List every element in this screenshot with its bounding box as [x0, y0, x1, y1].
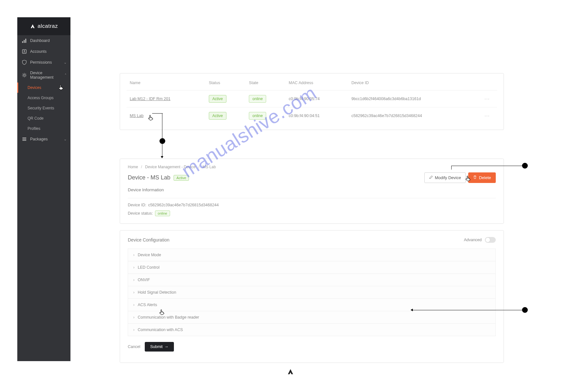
row-menu-button[interactable]: ···	[478, 107, 497, 124]
gear-icon	[22, 73, 27, 78]
devices-table: Name Status State MAC Address Device ID …	[127, 81, 497, 124]
callout-line	[162, 144, 162, 157]
sidebar-item-accounts[interactable]: Accounts	[17, 46, 70, 57]
chevron-right-icon: ›	[133, 265, 135, 270]
delete-button[interactable]: Delete	[468, 172, 496, 183]
col-name: Name	[127, 81, 206, 91]
modify-device-button[interactable]: Modify Device	[424, 172, 466, 183]
row-menu-button[interactable]: ···	[478, 91, 497, 107]
svg-rect-2	[25, 39, 26, 43]
accordion-onvif[interactable]: › ONVIF	[128, 274, 495, 286]
chevron-right-icon: ›	[133, 328, 135, 332]
accordion-hold-signal[interactable]: › Hold Signal Detection	[128, 286, 495, 299]
sidebar-item-label: Profiles	[28, 126, 40, 131]
cancel-button[interactable]: Cancel	[128, 344, 140, 349]
cursor-hand-icon	[159, 309, 165, 317]
svg-rect-6	[22, 138, 26, 138]
cursor-hand-icon	[58, 84, 64, 92]
arrow-right-icon: →	[165, 344, 169, 349]
device-id-value: c582962c39ac46e7b7d26815d3468244	[148, 203, 219, 207]
svg-point-5	[23, 74, 25, 76]
table-row: MS Lab Active online c0:9b:f4:90:04:51 c…	[127, 107, 497, 124]
breadcrumb: Home / Device Management - Device / MS L…	[128, 165, 496, 169]
breadcrumb-home[interactable]: Home	[128, 165, 138, 169]
cursor-hand-icon	[465, 175, 471, 183]
button-label: Submit	[150, 344, 163, 349]
brand-logo-icon	[30, 23, 36, 29]
callout-line	[152, 113, 163, 114]
accordion-label: ONVIF	[138, 278, 150, 282]
accordion-comm-badge[interactable]: › Communication with Badge reader	[128, 311, 495, 324]
sidebar-sub-qr-code[interactable]: QR Code	[17, 113, 70, 123]
sidebar-sub-profiles[interactable]: Profiles	[17, 123, 70, 134]
accordion-label: Communication with ACS	[138, 328, 183, 332]
brand-name: alcatraz	[37, 23, 58, 29]
sidebar-item-label: Packages	[30, 137, 48, 141]
accordion-label: Device Mode	[138, 253, 161, 257]
cell-mac: c0:9b:f4:90:05:74	[286, 91, 348, 107]
callout-arrow	[161, 156, 163, 158]
svg-rect-7	[22, 139, 26, 139]
sidebar-sub-access-groups[interactable]: Access Groups	[17, 93, 70, 103]
cell-mac: c0:9b:f4:90:04:51	[286, 107, 348, 124]
chevron-down-icon: ⌄	[64, 137, 67, 141]
chevron-right-icon: ›	[133, 315, 135, 320]
accordion-label: Communication with Badge reader	[138, 315, 199, 320]
footer-logo-icon	[287, 368, 294, 376]
sidebar-item-device-management[interactable]: Device Management ˄	[17, 68, 70, 83]
sidebar-sub-security-events[interactable]: Security Events	[17, 103, 70, 113]
accordion-comm-acs[interactable]: › Communication with ACS	[128, 324, 495, 336]
svg-rect-1	[24, 40, 25, 43]
accordion-acs-alerts[interactable]: › ACS Alerts	[128, 299, 495, 311]
device-detail-panel: Home / Device Management - Device / MS L…	[120, 159, 504, 224]
config-accordion: › Device Mode › LED Control › ONVIF › Ho…	[128, 249, 496, 336]
submit-button[interactable]: Submit →	[145, 342, 174, 352]
state-badge: online	[249, 112, 266, 120]
col-deviceid: Device ID	[348, 81, 477, 91]
accordion-label: Hold Signal Detection	[138, 290, 176, 295]
advanced-label: Advanced	[464, 238, 482, 242]
callout-dot	[522, 307, 528, 313]
sidebar-item-label: Access Groups	[28, 96, 53, 100]
sidebar-item-packages[interactable]: Packages ⌄	[17, 134, 70, 145]
breadcrumb-leaf: MS Lab	[202, 165, 216, 169]
title-status-badge: Active	[174, 175, 189, 181]
callout-line	[451, 166, 522, 166]
status-badge: Active	[209, 112, 226, 120]
device-status-label: Device status:	[128, 211, 153, 216]
accordion-led-control[interactable]: › LED Control	[128, 261, 495, 274]
chevron-right-icon: ›	[133, 278, 135, 282]
sidebar-item-label: Dashboard	[30, 38, 50, 43]
cell-deviceid: 9bcc1d6b2f464008a6c3d4b6ba13161d	[348, 91, 477, 107]
cell-deviceid: c582962c39ac46e7b7d26815d3468244	[348, 107, 477, 124]
sidebar-item-label: Permissions	[30, 60, 52, 65]
button-label: Delete	[479, 175, 491, 180]
chevron-right-icon: ›	[133, 303, 135, 307]
brand-logo: alcatraz	[17, 17, 70, 35]
sidebar-item-dashboard[interactable]: Dashboard	[17, 35, 70, 46]
callout-dot	[159, 138, 165, 144]
chevron-up-icon: ˄	[65, 73, 67, 77]
callout-dot	[522, 163, 528, 169]
accordion-device-mode[interactable]: › Device Mode	[128, 249, 495, 261]
page-title: Device - MS Lab	[128, 174, 170, 181]
accordion-label: LED Control	[138, 265, 159, 270]
col-status: Status	[206, 81, 246, 91]
config-title: Device Configuration	[128, 237, 169, 242]
sidebar-item-permissions[interactable]: Permissions ⌄	[17, 57, 70, 68]
state-badge: online	[249, 95, 266, 103]
callout-line	[162, 113, 162, 139]
svg-point-4	[24, 51, 25, 52]
advanced-toggle[interactable]	[485, 237, 496, 243]
col-mac: MAC Address	[286, 81, 348, 91]
packages-icon	[22, 137, 27, 142]
accordion-label: ACS Alerts	[138, 303, 157, 307]
svg-rect-8	[22, 140, 26, 141]
callout-line	[451, 166, 452, 170]
breadcrumb-mid[interactable]: Device Management - Device	[145, 165, 195, 169]
table-row: Lab M12 - IDF Rm 201 Active online c0:9b…	[127, 91, 497, 107]
sidebar-item-label: QR Code	[28, 116, 44, 121]
device-link[interactable]: MS Lab	[130, 114, 143, 118]
sidebar-item-label: Accounts	[30, 49, 46, 54]
device-link[interactable]: Lab M12 - IDF Rm 201	[130, 97, 170, 101]
